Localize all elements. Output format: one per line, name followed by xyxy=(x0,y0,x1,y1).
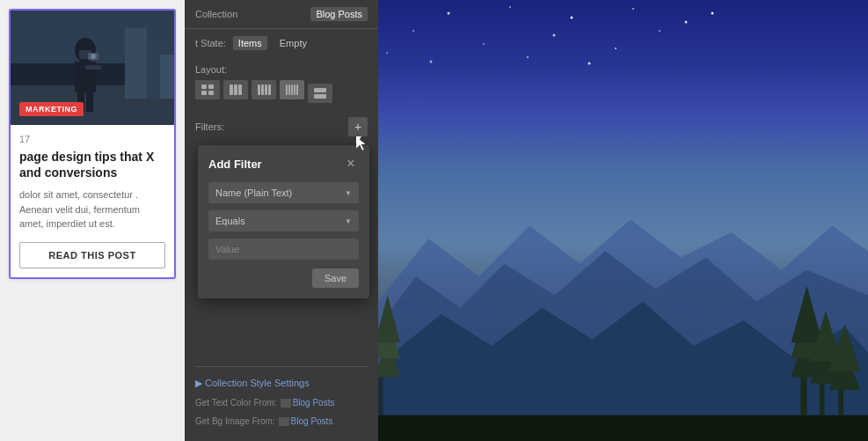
middle-panel: Collection Blog Posts t State: Items Emp… xyxy=(185,0,378,441)
layout-icon-4[interactable] xyxy=(280,80,304,99)
collection-label: Collection xyxy=(195,9,237,19)
bg-image-icon xyxy=(279,417,289,426)
bg-image-setting: Get Bg Image From: Blog Posts xyxy=(195,412,368,430)
svg-rect-27 xyxy=(291,85,293,95)
items-tab[interactable]: Items xyxy=(233,36,267,50)
value-input[interactable] xyxy=(208,239,359,260)
operator-select[interactable]: Equals xyxy=(208,210,359,232)
field-select[interactable]: Name (Plain Text) xyxy=(208,182,359,203)
mountain-graphic xyxy=(378,0,868,441)
svg-rect-11 xyxy=(85,65,101,70)
marketing-badge: MARKETING xyxy=(19,102,84,116)
svg-rect-28 xyxy=(294,85,295,95)
text-color-setting: Get Text Color From: Blog Posts xyxy=(195,393,368,412)
state-row: t State: Items Empty xyxy=(185,29,378,57)
add-filter-button[interactable]: + xyxy=(348,117,368,136)
layout-section: Layout: xyxy=(185,57,378,110)
operator-select-wrapper: Equals xyxy=(208,210,359,232)
svg-rect-18 xyxy=(230,85,233,95)
cursor xyxy=(356,136,370,151)
svg-rect-26 xyxy=(288,85,290,95)
bg-image-blog-posts: Blog Posts xyxy=(291,416,333,426)
svg-rect-5 xyxy=(160,55,174,99)
svg-rect-14 xyxy=(201,85,207,89)
text-color-blog-posts: Blog Posts xyxy=(293,398,335,408)
layout-icons xyxy=(195,80,368,103)
empty-tab[interactable]: Empty xyxy=(274,36,312,50)
layout-icon-2[interactable] xyxy=(223,80,248,99)
panel-header: Collection Blog Posts xyxy=(185,0,378,29)
svg-rect-15 xyxy=(208,85,214,89)
layout-label: Layout: xyxy=(195,64,368,75)
svg-rect-64 xyxy=(378,415,868,441)
bottom-settings: ▶ Collection Style Settings Get Text Col… xyxy=(185,356,378,441)
modal-close-button[interactable]: × xyxy=(343,156,359,172)
svg-rect-25 xyxy=(286,85,288,95)
right-panel xyxy=(378,0,868,441)
svg-rect-23 xyxy=(265,85,267,95)
add-filter-modal: Add Filter × Name (Plain Text) Equals Sa… xyxy=(198,145,369,298)
blog-date: 17 xyxy=(19,134,165,144)
modal-title: Add Filter xyxy=(208,158,262,171)
svg-rect-13 xyxy=(86,90,93,112)
layout-icon-1[interactable] xyxy=(195,80,220,99)
blog-excerpt: dolor sit amet, consectetur . Aenean vel… xyxy=(19,187,165,232)
layout-icon-3[interactable] xyxy=(252,80,276,99)
svg-rect-31 xyxy=(314,94,326,99)
svg-rect-20 xyxy=(238,85,242,95)
blog-image: MARKETING xyxy=(11,11,174,125)
read-post-button[interactable]: READ THIS POST xyxy=(19,242,165,268)
left-panel: MARKETING 17 page design tips that X and… xyxy=(0,0,185,441)
filters-label: Filters: xyxy=(195,121,224,132)
bg-image-link[interactable]: Blog Posts xyxy=(279,416,333,426)
modal-save-button[interactable]: Save xyxy=(312,268,359,288)
field-select-wrapper: Name (Plain Text) xyxy=(208,182,359,203)
svg-rect-19 xyxy=(234,85,237,95)
blog-title: page design tips that X and conversions xyxy=(19,149,165,180)
text-color-icon xyxy=(281,399,291,408)
svg-rect-50 xyxy=(378,371,383,421)
svg-rect-24 xyxy=(268,85,271,95)
svg-rect-16 xyxy=(201,91,207,95)
text-color-prefix: Get Text Color From: xyxy=(195,398,277,408)
text-color-link[interactable]: Blog Posts xyxy=(281,398,335,408)
svg-rect-22 xyxy=(261,85,264,95)
svg-point-10 xyxy=(91,54,96,59)
blog-posts-tab[interactable]: Blog Posts xyxy=(310,7,368,21)
bg-image-prefix: Get Bg Image From: xyxy=(195,416,275,426)
svg-rect-29 xyxy=(296,85,298,95)
filters-row: Filters: + xyxy=(185,110,378,143)
blog-content: 17 page design tips that X and conversio… xyxy=(11,125,174,277)
svg-rect-17 xyxy=(208,91,214,95)
svg-rect-21 xyxy=(258,85,260,95)
divider: ▶ Collection Style Settings xyxy=(195,366,368,390)
collection-style-label: ▶ Collection Style Settings xyxy=(195,378,310,388)
modal-header: Add Filter × xyxy=(208,156,359,172)
svg-rect-30 xyxy=(314,88,326,92)
layout-icon-5[interactable] xyxy=(308,84,332,103)
blog-card: MARKETING 17 page design tips that X and… xyxy=(9,9,176,279)
state-label: t State: xyxy=(195,38,226,48)
svg-rect-3 xyxy=(125,28,147,99)
